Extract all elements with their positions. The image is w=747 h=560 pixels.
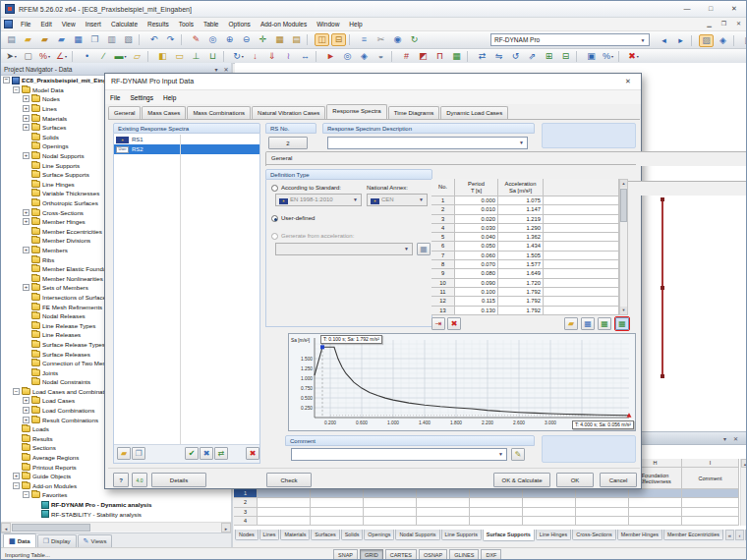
numbering-icon[interactable]: ≡ — [357, 33, 372, 46]
guidelines-icon[interactable]: ∠▾ — [54, 50, 69, 63]
extrude-icon[interactable]: ⇗ — [525, 50, 540, 63]
tables-icon[interactable]: ▦ — [272, 33, 287, 46]
grid-cell[interactable] — [258, 508, 311, 517]
copy-spectrum-button[interactable]: ❐ — [132, 447, 145, 460]
table-cell[interactable]: 0.130 — [455, 307, 498, 315]
copy-icon[interactable]: ❐ — [87, 33, 102, 46]
swap-selection-button[interactable]: ⇄ — [214, 447, 228, 460]
table-cell[interactable]: 0.070 — [455, 260, 498, 269]
ok-button[interactable]: OK — [556, 473, 594, 487]
new-nodal-support-icon[interactable]: ⊥ — [189, 50, 203, 63]
ok-calculate-button[interactable]: OK & Calculate — [493, 473, 550, 487]
spectrum-item-rs1[interactable]: ✶RS1 — [114, 135, 259, 144]
dimension-icon[interactable]: ↔ — [298, 50, 313, 63]
table-cell[interactable]: 1.577 — [498, 260, 544, 269]
comment-combo[interactable]: ▼ — [291, 448, 507, 461]
visibility-modes-icon[interactable]: ◒ — [374, 50, 388, 63]
standard-combo[interactable]: ✶EN 1998-1:2010 ▼ — [275, 194, 362, 206]
grid-cell[interactable] — [258, 517, 311, 526]
standard-radio[interactable] — [271, 185, 278, 192]
table-tab-solids[interactable]: Solids — [341, 530, 364, 540]
grid-cell[interactable] — [364, 517, 417, 526]
expand-icon[interactable]: + — [23, 284, 29, 291]
menu-options[interactable]: Options — [223, 18, 255, 30]
grid-cell[interactable] — [682, 517, 739, 526]
grid-cell[interactable] — [523, 508, 576, 517]
row-number-cell[interactable]: 9 — [431, 269, 455, 278]
table-cell[interactable]: 0.115 — [455, 297, 498, 306]
table-tab-lines[interactable]: Lines — [259, 530, 280, 540]
row-number-cell[interactable]: 2 — [431, 205, 455, 214]
table-cell[interactable]: 0.060 — [455, 252, 498, 260]
table-tab-materials[interactable]: Materials — [280, 530, 310, 540]
delete-icon[interactable]: ✖▾ — [626, 50, 641, 63]
expand-icon[interactable]: + — [23, 152, 29, 159]
close-icon[interactable]: ✕ — [221, 66, 231, 73]
tree-item-favorites[interactable]: −Favorites — [1, 490, 231, 500]
column-letter-cell[interactable]: I — [682, 459, 739, 468]
scroll-right-icon[interactable]: ▸ — [221, 523, 231, 532]
edit-mode-icon[interactable]: ✎ — [189, 33, 203, 46]
menu-help[interactable]: Help — [344, 18, 367, 30]
dialog-close-button[interactable]: ✕ — [615, 74, 641, 89]
menu-table[interactable]: Table — [199, 18, 224, 30]
table-tab-line-hinges[interactable]: Line Hinges — [536, 530, 571, 540]
scrollbar-thumb[interactable] — [620, 189, 627, 222]
description-combo[interactable]: ▼ — [327, 137, 528, 149]
export-excel-button[interactable]: ▦ — [598, 317, 611, 330]
row-number-cell[interactable]: 1 — [431, 196, 455, 205]
uncheck-all-button[interactable]: ✖ — [200, 447, 213, 460]
grid-cell[interactable] — [523, 489, 576, 498]
row-number-cell[interactable]: 3 — [431, 215, 455, 224]
grid-cell[interactable] — [258, 498, 311, 507]
line-handle-middle[interactable] — [661, 286, 664, 290]
child-close-button[interactable]: ✕ — [731, 18, 746, 30]
scroll-left-icon[interactable]: ◂ — [1, 523, 11, 532]
check-button[interactable]: Check — [266, 473, 312, 487]
partial-view-icon[interactable]: %▾ — [601, 50, 615, 63]
table-cell[interactable]: 1.075 — [498, 196, 544, 205]
quick-print-icon[interactable]: ▥ — [741, 34, 747, 47]
menu-file[interactable]: File — [16, 18, 35, 30]
expand-icon[interactable]: + — [23, 218, 29, 225]
save-file-button[interactable]: ▦ — [581, 317, 595, 330]
table-cell[interactable]: 1.792 — [498, 297, 544, 306]
line-handle-top[interactable] — [661, 197, 664, 201]
comment-templates-button[interactable]: ✎ — [511, 448, 525, 461]
isometric-view-icon[interactable]: ◈ — [357, 50, 372, 63]
table-cell[interactable]: 0.040 — [455, 233, 498, 242]
dialog-titlebar[interactable]: RF-DYNAM Pro Input Data ✕ — [105, 74, 641, 90]
move-copy-icon[interactable]: ⇄ — [475, 50, 489, 63]
chevron-down-icon[interactable]: ▼ — [638, 35, 648, 44]
expand-icon[interactable]: + — [23, 209, 29, 216]
navigator-tab-data[interactable]: ▦Data — [3, 533, 36, 547]
table-cell[interactable] — [544, 224, 619, 233]
line-handle-bottom[interactable] — [661, 374, 664, 378]
menu-insert[interactable]: Insert — [81, 18, 106, 30]
status-toggle-snap[interactable]: SNAP — [333, 549, 358, 560]
select-special-icon[interactable]: ▢ — [21, 50, 35, 63]
dialog-menu-file[interactable]: File — [105, 91, 125, 104]
table-cell[interactable]: 1.505 — [498, 252, 544, 260]
child-restore-button[interactable]: ❐ — [717, 18, 731, 30]
new-member-load-icon[interactable]: ⇓ — [264, 50, 279, 63]
section-icon[interactable]: Π — [432, 50, 447, 63]
menu-tools[interactable]: Tools — [174, 18, 199, 30]
grid-cell[interactable] — [258, 489, 311, 498]
status-toggle-glines[interactable]: GLINES — [449, 549, 479, 560]
table-cell[interactable]: 1.434 — [498, 242, 544, 251]
regenerate-icon[interactable]: ↻ — [407, 33, 422, 46]
chevron-down-icon[interactable]: ▼ — [495, 449, 506, 460]
table-cell[interactable]: 1.290 — [498, 224, 544, 233]
generate-combo[interactable]: ▼ — [275, 243, 413, 255]
chevron-down-icon[interactable]: ▼ — [350, 195, 361, 205]
window-tile-vertically-icon[interactable]: ⊟ — [331, 33, 346, 46]
visibility-by-window-icon[interactable]: ▣ — [584, 50, 599, 63]
status-toggle-osnap[interactable]: OSNAP — [419, 549, 447, 560]
row-number-cell[interactable]: 4 — [431, 224, 455, 233]
delete-all-rows-button[interactable]: ✖ — [447, 317, 461, 330]
check-all-button[interactable]: ✔ — [185, 447, 199, 460]
details-button[interactable]: Details — [151, 473, 206, 487]
notes-icon[interactable]: ▤ — [289, 33, 304, 46]
previous-view-icon[interactable]: ◂ — [657, 34, 671, 47]
